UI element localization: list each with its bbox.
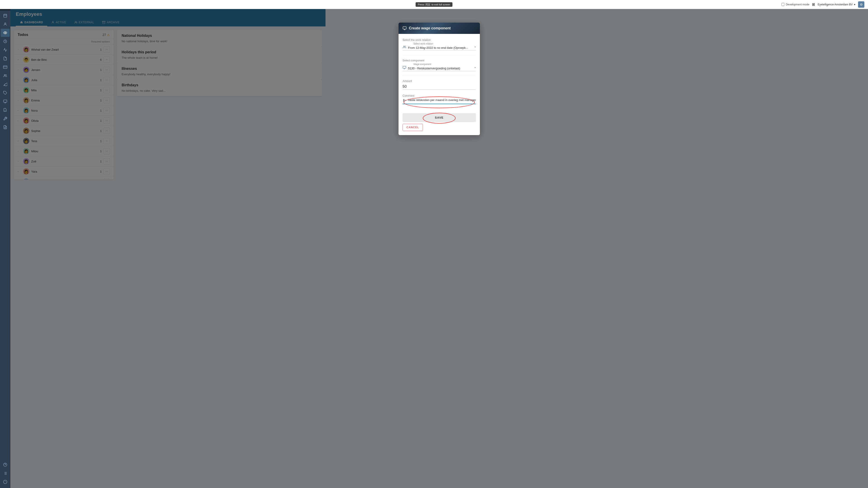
sidebar-item-tag[interactable] [1, 89, 10, 97]
sidebar-item-clock[interactable] [1, 37, 10, 45]
sidebar-item-person[interactable] [1, 20, 10, 28]
sidebar-item-monitor[interactable] [1, 97, 10, 105]
svg-point-5 [5, 32, 6, 33]
sidebar-item-team[interactable] [1, 72, 10, 80]
sidebar-item-leaf[interactable] [1, 80, 10, 88]
svg-point-9 [4, 74, 5, 76]
svg-point-10 [6, 75, 6, 75]
sidebar-item-scroll[interactable] [1, 123, 10, 131]
svg-rect-12 [4, 100, 7, 102]
sidebar-item-eye[interactable] [1, 29, 10, 37]
sidebar-item-docs[interactable] [1, 55, 10, 63]
sidebar-item-tools[interactable] [1, 115, 10, 123]
sidebar-item-chart[interactable] [1, 46, 10, 54]
svg-rect-0 [4, 14, 7, 18]
sidebar: e [0, 0, 10, 183]
svg-point-4 [4, 23, 6, 24]
sidebar-item-money[interactable] [1, 63, 10, 71]
sidebar-item-receipt[interactable] [1, 106, 10, 114]
modal-overlay: Create wage component Select the work re… [10, 9, 326, 183]
sidebar-item-calendar[interactable] [1, 11, 10, 20]
top-bar: Press F11 to exit full screen Developmen… [0, 0, 326, 9]
svg-rect-7 [3, 66, 7, 68]
